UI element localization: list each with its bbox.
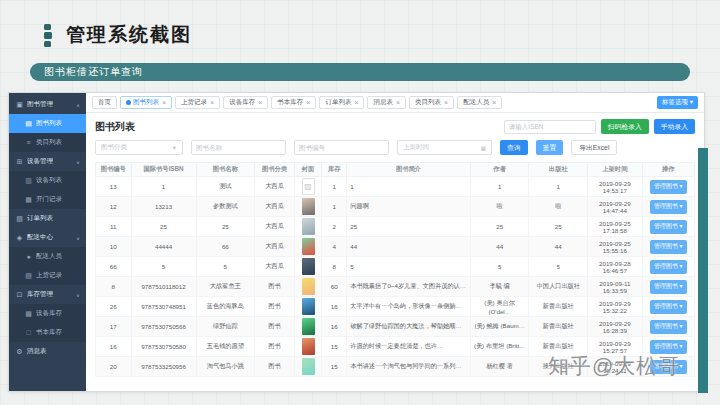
cell-intro: 25 xyxy=(347,217,471,237)
tab-home[interactable]: 首页 xyxy=(92,96,117,109)
manage-book-button[interactable]: 管理图书 ▾ xyxy=(650,220,687,234)
close-icon[interactable]: × xyxy=(306,99,310,106)
book-name-input[interactable] xyxy=(191,140,286,155)
sidebar-item-book-stock[interactable]: □书本库存 xyxy=(9,323,86,342)
category-select[interactable]: 图书分类 ▼ xyxy=(95,140,183,155)
table-row: 269787530748951蓝色的海豚岛图书16太平洋中有一个岛屿，形状像一条… xyxy=(96,297,695,317)
manage-book-button[interactable]: 管理图书 ▾ xyxy=(650,280,687,294)
manage-book-button[interactable]: 管理图书 ▾ xyxy=(650,200,687,214)
cell-stock: 60 xyxy=(322,277,347,297)
cell-book-no: 16 xyxy=(96,337,132,357)
sidebar-item-book-mgmt[interactable]: ▣图书管理∧ xyxy=(9,95,86,114)
gear-icon: ⚙ xyxy=(15,348,24,356)
cell-isbn: 9787530750566 xyxy=(131,317,196,337)
cell-author: 啦 xyxy=(470,197,529,217)
table-row: 104444466大西瓜44444442019-09-25 15:55:16管理… xyxy=(96,237,695,257)
close-icon[interactable]: × xyxy=(210,99,214,106)
manual-entry-button[interactable]: 手动录入 xyxy=(654,119,695,134)
device-icon: ⊞ xyxy=(15,158,24,166)
sidebar-item-label: 开门记录 xyxy=(36,195,62,204)
calendar-icon: ▦ xyxy=(24,196,33,204)
reset-button[interactable]: 重置 xyxy=(536,140,564,155)
bullet-squares-icon xyxy=(44,24,52,47)
close-icon[interactable]: × xyxy=(354,99,358,106)
cell-author: 25 xyxy=(470,217,529,237)
book-list-panel: 图书列表 扫码枪录入 手动录入 图书分类 ▼ 上架时间 ▦ 查询 xyxy=(86,113,704,391)
close-icon[interactable]: × xyxy=(492,99,496,106)
cell-intro: 太平洋中有一个岛屿，形状像一条侧躺的海豚… xyxy=(347,297,471,317)
cell-intro: 本书讲述一个淘气包与同学间的一系列调皮… xyxy=(347,357,471,377)
cell-action: 管理图书 ▾ xyxy=(642,237,694,257)
isbn-scan-input[interactable] xyxy=(504,120,596,134)
cell-book-name: 淘气包马小跳 xyxy=(196,357,255,377)
manage-book-button[interactable]: 管理图书 ▾ xyxy=(650,320,687,334)
close-icon[interactable]: × xyxy=(162,99,166,106)
tab-order-list[interactable]: 订单列表× xyxy=(319,96,364,109)
tab-message-table[interactable]: 消息表× xyxy=(367,96,406,109)
sidebar-item-device-stock[interactable]: ▩设备库存 xyxy=(9,304,86,323)
cell-cover xyxy=(294,257,321,277)
cell-publisher: 1 xyxy=(529,177,588,197)
book-cover-image xyxy=(302,198,315,215)
cell-book-name: 66 xyxy=(196,237,255,257)
sidebar-item-book-list[interactable]: ▤图书列表 xyxy=(9,114,86,133)
cell-book-no: 66 xyxy=(96,257,132,277)
tab-device-stock[interactable]: 设备库存× xyxy=(223,96,268,109)
scan-entry-button[interactable]: 扫码枪录入 xyxy=(601,119,649,134)
cell-book-no: 10 xyxy=(96,237,132,257)
tab-book-list[interactable]: 图书列表× xyxy=(120,96,172,109)
close-icon[interactable]: × xyxy=(258,99,262,106)
sidebar-item-inventory-mgmt[interactable]: ⊡库存管理∨ xyxy=(9,285,86,304)
cell-cover xyxy=(294,237,321,257)
cell-cover xyxy=(294,277,321,297)
tab-label: 消息表 xyxy=(373,98,393,107)
cell-author: (美) 奥台尔 (O'del… xyxy=(470,297,529,317)
close-icon[interactable]: × xyxy=(444,99,448,106)
main-area: 首页图书列表×上货记录×设备库存×书本库存×订单列表×消息表×类目列表×配送人员… xyxy=(86,93,704,391)
cell-action: 管理图书 ▾ xyxy=(642,197,694,217)
sidebar-item-stock-record[interactable]: ▨上货记录 xyxy=(9,266,86,285)
tab-book-stock[interactable]: 书本库存× xyxy=(271,96,316,109)
cell-stock: 4 xyxy=(322,237,347,257)
cell-book-no: 13 xyxy=(96,177,132,197)
manage-book-button[interactable]: 管理图书 ▾ xyxy=(650,260,687,274)
cell-publisher: 新蕾出版社 xyxy=(529,317,588,337)
manage-book-button[interactable]: 管理图书 ▾ xyxy=(650,240,687,254)
cell-category: 图书 xyxy=(255,277,295,297)
shelf-date-input[interactable]: 上架时间 ▦ xyxy=(397,140,492,155)
cell-stock: 1 xyxy=(322,177,347,197)
cell-shelf-time: 2019-09-28 16:46:57 xyxy=(588,257,642,277)
cell-intro: 44 xyxy=(347,237,471,257)
export-excel-button[interactable]: 导出Excel xyxy=(571,140,617,155)
book-icon: ▣ xyxy=(15,101,24,109)
cell-book-no: 17 xyxy=(96,317,132,337)
tab-stock-record[interactable]: 上货记录× xyxy=(175,96,220,109)
cell-stock: 15 xyxy=(322,337,347,357)
chevron-down-icon: ∨ xyxy=(76,159,80,164)
cell-shelf-time: 2019-09-29 14:47:44 xyxy=(588,197,642,217)
sidebar-item-door-record[interactable]: ▦开门记录 xyxy=(9,190,86,209)
book-no-input[interactable] xyxy=(294,140,389,155)
sidebar-item-order-list[interactable]: ▧订单列表 xyxy=(9,209,86,228)
sidebar-item-message-table[interactable]: ⚙消息表 xyxy=(9,342,86,361)
sidebar-item-delivery-center[interactable]: ◈配送中心∨ xyxy=(9,228,86,247)
sidebar-item-label: 配送中心 xyxy=(27,233,53,242)
sidebar-item-delivery-staff[interactable]: ●配送人员 xyxy=(9,247,86,266)
tab-category-list[interactable]: 类目列表× xyxy=(409,96,454,109)
sidebar-item-label: 库存管理 xyxy=(27,290,53,299)
sidebar-item-category-list[interactable]: ≡类目列表 xyxy=(9,133,86,152)
panel-title: 图书列表 xyxy=(95,120,135,134)
user-icon: ● xyxy=(24,253,33,260)
manage-book-button[interactable]: 管理图书 ▾ xyxy=(650,180,687,194)
close-icon[interactable]: × xyxy=(396,99,400,106)
tab-label: 订单列表 xyxy=(325,98,351,107)
sidebar-item-device-list[interactable]: ▥设备列表 xyxy=(9,171,86,190)
search-button[interactable]: 查询 xyxy=(500,140,528,155)
manage-book-button[interactable]: 管理图书 ▾ xyxy=(650,300,687,314)
table-row: 89787510118012大战鲨鱼王图书60本书既囊括了0~4岁儿童、文图并茂… xyxy=(96,277,695,297)
tag-options-button[interactable]: 标签选项 ▾ xyxy=(657,96,698,109)
shelf-date-placeholder: 上架时间 xyxy=(403,143,429,152)
cell-stock: 2 xyxy=(322,217,347,237)
tab-delivery-staff[interactable]: 配送人员× xyxy=(457,96,502,109)
sidebar-item-device-mgmt[interactable]: ⊞设备管理∨ xyxy=(9,152,86,171)
